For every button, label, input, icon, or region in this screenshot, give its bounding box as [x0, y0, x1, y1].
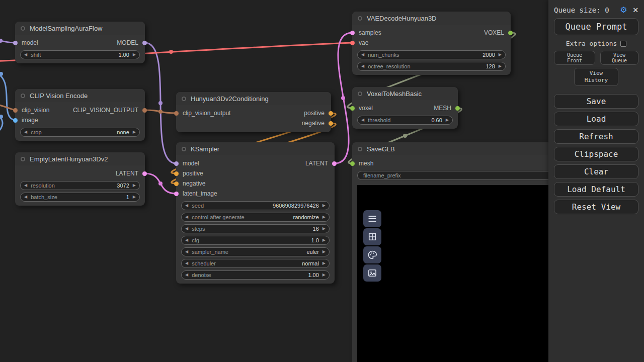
widget-cfg[interactable]: ◀ cfg 1.0 ▶ — [181, 236, 330, 245]
collapse-dot[interactable] — [21, 94, 25, 98]
widget-scheduler[interactable]: ◀ scheduler normal ▶ — [181, 259, 330, 268]
input-slot-latent-image[interactable] — [174, 192, 179, 196]
node-modelsamplingauraflow[interactable]: ModelSamplingAuraFlow model MODEL ◀ shif… — [15, 22, 145, 63]
reset-view-button[interactable]: Reset View — [554, 200, 638, 214]
clear-button[interactable]: Clear — [554, 164, 638, 179]
increment-arrow-icon[interactable]: ▶ — [133, 53, 136, 57]
increment-arrow-icon[interactable]: ▶ — [446, 118, 449, 122]
node-voxeltomeshbasic[interactable]: VoxelToMeshBasic voxel MESH ◀ threshold … — [352, 87, 458, 129]
view-queue-button[interactable]: View Queue — [600, 51, 638, 65]
node-title-bar[interactable]: Hunyuan3Dv2Conditioning — [176, 92, 331, 105]
output-slot-clip-vision-output[interactable] — [142, 108, 147, 113]
output-slot-negative[interactable] — [329, 121, 333, 126]
decrement-arrow-icon[interactable]: ◀ — [185, 273, 188, 277]
collapse-dot[interactable] — [358, 147, 362, 151]
increment-arrow-icon[interactable]: ▶ — [323, 273, 326, 277]
queue-prompt-button[interactable]: Queue Prompt — [554, 18, 638, 35]
menu-icon[interactable] — [363, 210, 381, 227]
node-title-bar[interactable]: VoxelToMeshBasic — [352, 87, 458, 100]
refresh-button[interactable]: Refresh — [554, 129, 638, 144]
increment-arrow-icon[interactable]: ▶ — [133, 130, 136, 134]
decrement-arrow-icon[interactable]: ◀ — [24, 53, 27, 57]
widget-resolution[interactable]: ◀ resolution 3072 ▶ — [20, 181, 140, 190]
node-title-bar[interactable]: EmptyLatentHunyuan3Dv2 — [15, 152, 145, 165]
input-slot-clip-vision-output[interactable] — [174, 111, 179, 116]
decrement-arrow-icon[interactable]: ◀ — [185, 204, 188, 208]
decrement-arrow-icon[interactable]: ◀ — [185, 238, 188, 242]
save-button[interactable]: Save — [554, 94, 638, 109]
output-slot-latent[interactable] — [332, 161, 337, 166]
decrement-arrow-icon[interactable]: ◀ — [185, 261, 188, 265]
input-slot-negative[interactable] — [174, 182, 179, 186]
collapse-dot[interactable] — [182, 147, 186, 151]
node-title-bar[interactable]: SaveGLB — [352, 142, 558, 155]
node-hunyuan3dv2conditioning[interactable]: Hunyuan3Dv2Conditioning clip_vision_outp… — [176, 92, 331, 132]
widget-steps[interactable]: ◀ steps 16 ▶ — [181, 224, 330, 233]
widget-denoise[interactable]: ◀ denoise 1.00 ▶ — [181, 270, 330, 280]
clipspace-button[interactable]: Clipspace — [554, 147, 638, 161]
increment-arrow-icon[interactable]: ▶ — [323, 238, 326, 242]
widget-crop[interactable]: ◀ crop none ▶ — [20, 128, 140, 137]
widget-filename-prefix[interactable]: filename_prefix — [357, 171, 553, 180]
image-icon[interactable] — [363, 264, 381, 282]
queue-front-button[interactable]: Queue Front — [554, 51, 595, 65]
grid-icon[interactable] — [363, 228, 381, 245]
decrement-arrow-icon[interactable]: ◀ — [185, 250, 188, 254]
node-title-bar[interactable]: KSampler — [176, 142, 335, 155]
widget-octree-resolution[interactable]: ◀ octree_resolution 128 ▶ — [357, 62, 506, 71]
widget-seed[interactable]: ◀ seed 960690829976426 ▶ — [181, 201, 330, 210]
collapse-dot[interactable] — [358, 92, 362, 96]
increment-arrow-icon[interactable]: ▶ — [323, 227, 326, 231]
increment-arrow-icon[interactable]: ▶ — [499, 64, 502, 68]
collapse-dot[interactable] — [358, 16, 362, 21]
node-vaedecodehunyuan3d[interactable]: VAEDecodeHunyuan3D samples VOXEL vae ◀ n… — [352, 12, 511, 75]
widget-num-chunks[interactable]: ◀ num_chunks 2000 ▶ — [357, 50, 506, 59]
view-history-button[interactable]: View History — [574, 68, 618, 86]
output-slot-voxel[interactable] — [508, 31, 513, 35]
input-slot-mesh[interactable] — [350, 161, 355, 166]
collapse-dot[interactable] — [182, 97, 186, 101]
node-emptylatenthunyuan3dv2[interactable]: EmptyLatentHunyuan3Dv2 LATENT ◀ resoluti… — [15, 152, 145, 206]
increment-arrow-icon[interactable]: ▶ — [133, 195, 136, 199]
input-slot-clip-vision[interactable] — [13, 108, 18, 113]
input-slot-model[interactable] — [174, 161, 179, 166]
extra-options-checkbox[interactable] — [620, 41, 626, 47]
load-button[interactable]: Load — [554, 112, 638, 126]
collapse-dot[interactable] — [21, 157, 25, 161]
increment-arrow-icon[interactable]: ▶ — [499, 53, 502, 57]
settings-gear-icon[interactable]: ⚙ — [620, 5, 627, 15]
increment-arrow-icon[interactable]: ▶ — [133, 184, 136, 188]
widget-threshold[interactable]: ◀ threshold 0.60 ▶ — [357, 116, 453, 125]
node-title-bar[interactable]: VAEDecodeHunyuan3D — [352, 12, 511, 25]
input-slot-model[interactable] — [13, 41, 18, 45]
collapse-dot[interactable] — [21, 26, 25, 31]
output-slot-model[interactable] — [142, 41, 147, 45]
input-slot-image[interactable] — [13, 118, 18, 123]
close-menu-icon[interactable]: × — [633, 5, 638, 15]
input-slot-positive[interactable] — [174, 171, 179, 176]
3d-preview-viewport[interactable] — [357, 185, 553, 362]
output-slot-positive[interactable] — [329, 111, 333, 116]
increment-arrow-icon[interactable]: ▶ — [323, 250, 326, 254]
widget-batch-size[interactable]: ◀ batch_size 1 ▶ — [20, 193, 140, 202]
increment-arrow-icon[interactable]: ▶ — [323, 261, 326, 265]
output-slot-mesh[interactable] — [455, 106, 460, 111]
decrement-arrow-icon[interactable]: ◀ — [24, 130, 27, 134]
load-default-button[interactable]: Load Default — [554, 182, 638, 197]
widget-sampler-name[interactable]: ◀ sampler_name euler ▶ — [181, 247, 330, 256]
node-clip-vision-encode[interactable]: CLIP Vision Encode clip_vision CLIP_VISI… — [15, 89, 145, 141]
decrement-arrow-icon[interactable]: ◀ — [185, 227, 188, 231]
input-slot-vae[interactable] — [350, 41, 355, 45]
decrement-arrow-icon[interactable]: ◀ — [24, 184, 27, 188]
palette-icon[interactable] — [363, 246, 381, 263]
increment-arrow-icon[interactable]: ▶ — [323, 215, 326, 219]
input-slot-samples[interactable] — [350, 31, 355, 35]
widget-control-after-generate[interactable]: ◀ control after generate randomize ▶ — [181, 213, 330, 222]
output-slot-latent[interactable] — [142, 171, 147, 176]
node-saveglb[interactable]: SaveGLB mesh filename_prefix — [352, 142, 558, 362]
decrement-arrow-icon[interactable]: ◀ — [361, 53, 364, 57]
input-slot-voxel[interactable] — [350, 106, 355, 111]
node-title-bar[interactable]: CLIP Vision Encode — [15, 89, 145, 102]
increment-arrow-icon[interactable]: ▶ — [323, 204, 326, 208]
node-ksampler[interactable]: KSampler model LATENT positive negative … — [176, 142, 335, 284]
